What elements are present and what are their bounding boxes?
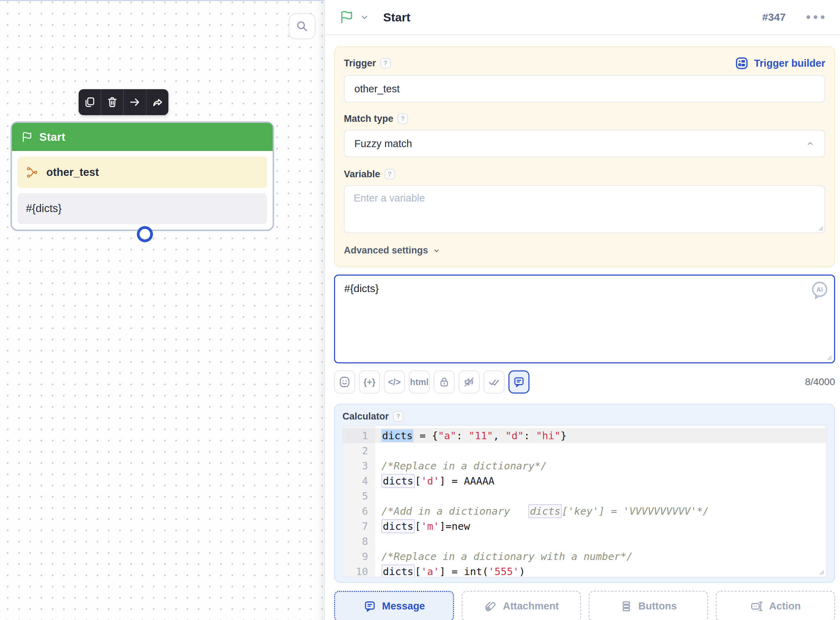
share-button[interactable] <box>146 89 169 115</box>
emoji-icon <box>338 376 351 388</box>
help-icon[interactable]: ? <box>393 411 404 421</box>
tab-label: Attachment <box>503 600 559 612</box>
flow-canvas[interactable]: Start other_test #{dicts} <box>0 0 324 620</box>
code-text[interactable]: dicts['m']=new <box>375 519 470 534</box>
code-button[interactable]: </> <box>384 370 405 394</box>
emoji-button[interactable] <box>334 370 355 394</box>
trigger-builder-button[interactable]: Trigger builder <box>734 56 825 71</box>
double-check-button[interactable] <box>483 370 504 394</box>
advanced-settings-toggle[interactable]: Advanced settings <box>344 245 825 256</box>
flag-icon <box>21 131 33 143</box>
node-toolbar <box>79 89 168 115</box>
node-number: #347 <box>762 11 786 23</box>
help-icon[interactable]: ? <box>398 113 408 124</box>
share-icon <box>151 96 164 108</box>
code-line[interactable]: 5 <box>343 488 826 503</box>
panel-header: Start #347 ••• <box>325 0 840 35</box>
calculator-card: Calculator ? 1dicts = {"a": "11", "d": "… <box>334 404 835 583</box>
code-text[interactable]: dicts['a'] = int('555') <box>375 564 525 577</box>
delete-button[interactable] <box>101 89 123 115</box>
code-text[interactable]: dicts['d'] = AAAAA <box>375 473 494 488</box>
trigger-label: Trigger <box>344 58 376 69</box>
code-lines[interactable]: 1dicts = {"a": "11", "d": "hi"}23/*Repla… <box>343 428 826 577</box>
match-type-label: Match type <box>344 113 393 124</box>
comment-icon <box>513 376 525 388</box>
code-line[interactable]: 9/*Replace in a dictionary with a number… <box>343 549 826 564</box>
start-node[interactable]: Start other_test #{dicts} <box>10 122 274 231</box>
trigger-card: Trigger ? Trigger builder <box>334 46 835 267</box>
match-type-value: Fuzzy match <box>354 138 412 150</box>
calculator-code-editor[interactable]: 1dicts = {"a": "11", "d": "hi"}23/*Repla… <box>342 426 826 577</box>
resize-handle-icon[interactable] <box>819 569 825 575</box>
insert-variable-button[interactable]: {+} <box>359 370 380 394</box>
tab-label: Message <box>382 600 425 612</box>
lock-button[interactable] <box>434 370 455 394</box>
code-line[interactable]: 2 <box>343 443 826 458</box>
help-icon[interactable]: ? <box>380 58 391 68</box>
line-number: 9 <box>343 549 375 564</box>
stacked-buttons-icon <box>620 600 633 612</box>
more-menu-button[interactable]: ••• <box>806 14 827 21</box>
tab-attachment[interactable]: Attachment <box>462 591 581 620</box>
code-text[interactable]: dicts = {"a": "11", "d": "hi"} <box>375 428 826 443</box>
chevron-down-icon <box>432 247 441 255</box>
resize-handle-icon[interactable] <box>818 226 824 231</box>
code-line[interactable]: 8 <box>343 534 826 549</box>
voice-off-button[interactable] <box>459 370 480 394</box>
message-text[interactable]: #{dicts} <box>344 283 825 295</box>
line-number: 3 <box>343 458 375 473</box>
node-output-connector[interactable] <box>137 226 153 242</box>
attachment-icon <box>484 600 497 613</box>
voice-off-icon <box>463 376 476 388</box>
start-node-header[interactable]: Start <box>12 123 273 151</box>
duplicate-button[interactable] <box>79 89 101 115</box>
flag-icon[interactable] <box>338 9 355 25</box>
code-text[interactable]: /*Replace in a dictionary with a number*… <box>375 549 633 564</box>
code-line[interactable]: 4dicts['d'] = AAAAA <box>343 473 826 488</box>
code-text[interactable] <box>375 488 381 503</box>
trigger-input[interactable] <box>344 75 825 102</box>
duplicate-icon <box>84 96 96 108</box>
html-button[interactable]: html <box>409 370 430 394</box>
tab-buttons[interactable]: Buttons <box>589 591 708 620</box>
code-line[interactable]: 7dicts['m']=new <box>343 519 826 534</box>
code-line[interactable]: 10dicts['a'] = int('555') <box>343 564 826 577</box>
line-number: 6 <box>343 503 375 519</box>
variable-input[interactable] <box>344 185 825 233</box>
chevron-up-icon <box>806 139 815 148</box>
code-line[interactable]: 1dicts = {"a": "11", "d": "hi"} <box>343 428 826 443</box>
code-text[interactable]: /*Replace in a dictionary*/ <box>375 458 547 473</box>
code-text[interactable]: /*Add in a dictionary dicts['key'] = 'VV… <box>375 503 709 519</box>
node-message-text: #{dicts} <box>26 202 62 215</box>
node-trigger-text: other_test <box>46 166 99 179</box>
html-icon: html <box>410 377 429 387</box>
message-toolbar: {+} </> html <box>334 370 835 394</box>
go-to-button[interactable] <box>123 89 146 115</box>
comment-button[interactable] <box>508 370 530 394</box>
tab-message[interactable]: Message <box>334 591 454 620</box>
tab-label: Buttons <box>638 600 677 612</box>
chevron-down-icon[interactable] <box>360 13 369 22</box>
delete-icon <box>106 96 118 108</box>
content-type-tabs: Message Attachment <box>334 591 835 620</box>
node-message-row[interactable]: #{dicts} <box>18 193 267 224</box>
code-text[interactable] <box>375 443 381 458</box>
canvas-search-button[interactable] <box>289 14 315 39</box>
ai-assistant-icon[interactable]: AI <box>810 280 829 300</box>
code-text[interactable] <box>375 534 381 549</box>
match-type-select[interactable]: Fuzzy match <box>344 130 825 157</box>
help-icon[interactable]: ? <box>384 169 395 179</box>
code-line[interactable]: 6/*Add in a dictionary dicts['key'] = 'V… <box>343 503 826 519</box>
message-bubble-icon <box>363 600 376 613</box>
code-line[interactable]: 3/*Replace in a dictionary*/ <box>343 458 826 473</box>
node-trigger-row[interactable]: other_test <box>18 157 267 188</box>
node-settings-panel: Start #347 ••• Trigger ? <box>324 0 840 620</box>
search-icon <box>295 19 309 33</box>
resize-handle-icon[interactable] <box>826 355 832 361</box>
trigger-builder-label: Trigger builder <box>754 57 825 69</box>
line-number: 7 <box>343 519 375 534</box>
char-counter: 8/4000 <box>805 376 835 388</box>
message-editor[interactable]: #{dicts} AI <box>334 275 835 363</box>
action-icon <box>750 600 764 613</box>
tab-action[interactable]: Action <box>716 591 835 620</box>
